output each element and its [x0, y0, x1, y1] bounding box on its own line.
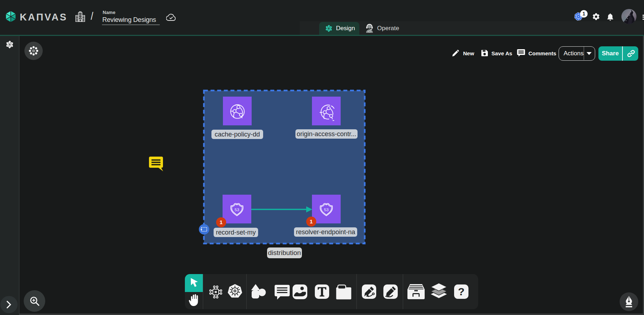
svg-text:53: 53 — [235, 208, 239, 212]
svg-text:?: ? — [458, 286, 465, 297]
svg-text:53: 53 — [324, 208, 329, 212]
